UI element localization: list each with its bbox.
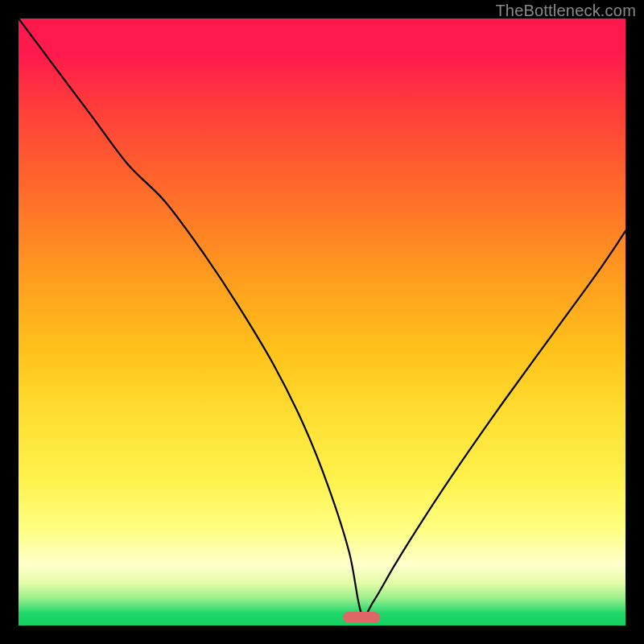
optimal-marker bbox=[343, 612, 380, 623]
chart-plot-area bbox=[19, 19, 625, 625]
chart-frame: TheBottleneck.com bbox=[0, 0, 644, 644]
watermark-text: TheBottleneck.com bbox=[495, 2, 636, 20]
bottleneck-curve bbox=[19, 19, 625, 625]
